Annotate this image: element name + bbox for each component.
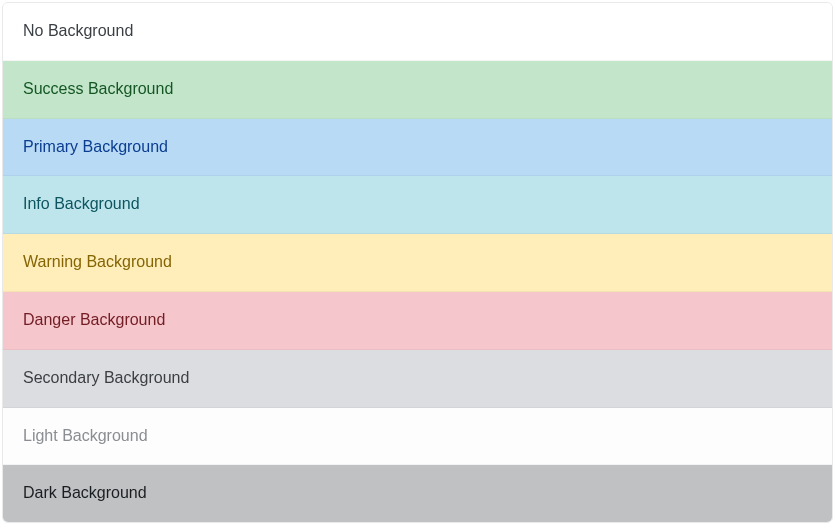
- list-item-dark[interactable]: Dark Background: [3, 465, 832, 522]
- list-item-label: Warning Background: [23, 253, 172, 270]
- list-item-label: Primary Background: [23, 138, 168, 155]
- list-item-info[interactable]: Info Background: [3, 176, 832, 234]
- list-item-warning[interactable]: Warning Background: [3, 234, 832, 292]
- list-item-label: Danger Background: [23, 311, 165, 328]
- list-item-label: Success Background: [23, 80, 173, 97]
- list-item-label: Info Background: [23, 195, 140, 212]
- list-item-label: Light Background: [23, 427, 148, 444]
- list-item-secondary[interactable]: Secondary Background: [3, 350, 832, 408]
- list-item-label: No Background: [23, 22, 133, 39]
- list-item-light[interactable]: Light Background: [3, 408, 832, 466]
- list-item-primary[interactable]: Primary Background: [3, 119, 832, 177]
- background-list: No Background Success Background Primary…: [2, 2, 833, 523]
- list-item-success[interactable]: Success Background: [3, 61, 832, 119]
- list-item-label: Secondary Background: [23, 369, 189, 386]
- list-item-none[interactable]: No Background: [3, 3, 832, 61]
- list-item-label: Dark Background: [23, 484, 147, 501]
- list-item-danger[interactable]: Danger Background: [3, 292, 832, 350]
